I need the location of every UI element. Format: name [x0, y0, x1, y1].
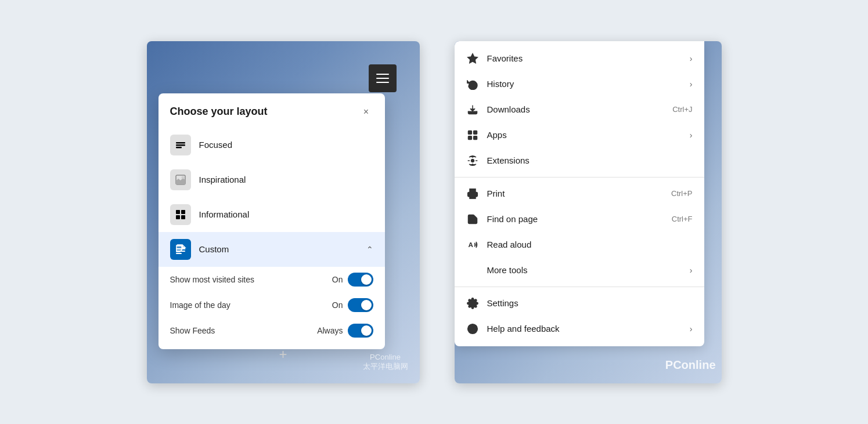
svg-rect-16	[468, 136, 471, 139]
separator-2	[455, 287, 704, 287]
svg-point-18	[471, 159, 474, 162]
svg-rect-6	[181, 210, 185, 214]
menu-bar-3	[376, 82, 389, 83]
history-icon	[466, 78, 479, 90]
svg-point-4	[181, 176, 184, 179]
settings-icon	[466, 297, 479, 310]
more-tools-label: More tools	[487, 265, 682, 275]
inspirational-label: Inspirational	[199, 175, 373, 184]
svg-rect-17	[473, 136, 477, 139]
svg-marker-12	[467, 53, 477, 63]
svg-rect-7	[176, 215, 180, 219]
svg-point-24	[470, 219, 473, 222]
menu-bar-2	[376, 78, 389, 79]
print-label: Print	[487, 189, 664, 198]
watermark-right: PConline	[665, 358, 716, 372]
image-of-day-row: Image of the day On	[170, 292, 373, 318]
favorites-arrow: ›	[690, 54, 693, 63]
show-feeds-row: Show Feeds Always	[170, 318, 373, 343]
extensions-label: Extensions	[487, 155, 693, 165]
menu-item-downloads[interactable]: Downloads Ctrl+J	[455, 97, 704, 122]
menu-bar-1	[376, 74, 389, 75]
download-icon	[466, 103, 479, 116]
add-button[interactable]: +	[272, 343, 295, 366]
custom-label: Custom	[199, 244, 358, 254]
dialog-title: Choose your layout	[170, 106, 268, 118]
menu-item-apps[interactable]: Apps ›	[455, 122, 704, 148]
svg-rect-8	[181, 215, 185, 219]
dialog-header: Choose your layout ×	[159, 105, 385, 128]
print-shortcut: Ctrl+P	[671, 189, 692, 198]
apps-icon	[466, 129, 479, 142]
inspirational-icon	[170, 169, 191, 190]
menu-item-more-tools[interactable]: More tools ›	[455, 258, 704, 283]
show-most-visited-label: Show most visited sites	[170, 275, 312, 284]
layout-option-custom[interactable]: Custom ⌃	[159, 232, 385, 267]
show-most-visited-row: Show most visited sites On	[170, 267, 373, 292]
help-label: Help and feedback	[487, 324, 682, 334]
svg-rect-1	[176, 144, 185, 146]
custom-icon	[170, 239, 191, 260]
show-most-visited-toggle[interactable]	[348, 273, 373, 287]
show-most-visited-status: On	[317, 275, 343, 284]
help-arrow: ›	[690, 324, 693, 334]
menu-item-extensions[interactable]: Extensions	[455, 148, 704, 173]
print-icon	[466, 187, 479, 200]
help-icon	[466, 322, 479, 335]
layout-option-informational[interactable]: Informational	[159, 197, 385, 232]
settings-label: Settings	[487, 298, 693, 308]
menu-item-settings[interactable]: Settings	[455, 291, 704, 316]
svg-text:A: A	[468, 241, 473, 248]
read-aloud-label: Read aloud	[487, 240, 693, 249]
star-icon	[466, 52, 479, 65]
svg-rect-11	[176, 253, 182, 254]
history-arrow: ›	[690, 79, 693, 89]
focused-icon	[170, 135, 191, 155]
menu-item-help[interactable]: Help and feedback ›	[455, 316, 704, 342]
right-panel: Favorites › History ›	[455, 41, 722, 383]
favorites-label: Favorites	[487, 53, 682, 63]
image-of-day-label: Image of the day	[170, 300, 312, 310]
menu-item-history[interactable]: History ›	[455, 71, 704, 97]
svg-rect-2	[176, 147, 182, 148]
apps-arrow: ›	[690, 131, 693, 140]
more-tools-arrow: ›	[690, 266, 693, 275]
svg-rect-14	[468, 131, 471, 134]
apps-label: Apps	[487, 130, 682, 140]
focused-label: Focused	[199, 140, 373, 150]
find-icon	[466, 213, 479, 226]
svg-rect-15	[473, 131, 477, 134]
show-feeds-toggle[interactable]	[348, 324, 373, 338]
left-panel: Choose your layout × Focused	[147, 41, 420, 383]
image-of-day-toggle[interactable]	[348, 298, 373, 312]
show-feeds-label: Show Feeds	[170, 326, 312, 335]
find-label: Find on page	[487, 214, 664, 224]
svg-rect-5	[176, 210, 180, 214]
menu-item-read-aloud[interactable]: A Read aloud	[455, 232, 704, 258]
chevron-up-icon: ⌃	[366, 245, 373, 254]
context-menu: Favorites › History ›	[455, 41, 704, 346]
downloads-shortcut: Ctrl+J	[672, 105, 692, 114]
image-of-day-status: On	[317, 300, 343, 310]
downloads-label: Downloads	[487, 104, 665, 114]
tools-icon	[466, 264, 479, 277]
separator-1	[455, 177, 704, 177]
layout-option-focused[interactable]: Focused	[159, 128, 385, 162]
show-feeds-status: Always	[317, 326, 343, 335]
dialog-close-button[interactable]: ×	[359, 105, 373, 119]
informational-label: Informational	[199, 209, 373, 219]
informational-icon	[170, 204, 191, 225]
layout-dialog: Choose your layout × Focused	[159, 93, 385, 349]
svg-rect-0	[176, 142, 185, 144]
find-shortcut: Ctrl+F	[672, 215, 693, 223]
menu-item-favorites[interactable]: Favorites ›	[455, 46, 704, 71]
read-aloud-icon: A	[466, 238, 479, 251]
history-label: History	[487, 79, 682, 89]
svg-rect-23	[470, 194, 476, 198]
layout-option-inspirational[interactable]: Inspirational	[159, 162, 385, 197]
menu-item-find[interactable]: Find on page Ctrl+F	[455, 206, 704, 232]
custom-options: Show most visited sites On Image of the …	[159, 267, 385, 343]
extensions-icon	[466, 154, 479, 167]
hamburger-menu-button[interactable]	[369, 64, 397, 92]
menu-item-print[interactable]: Print Ctrl+P	[455, 181, 704, 206]
